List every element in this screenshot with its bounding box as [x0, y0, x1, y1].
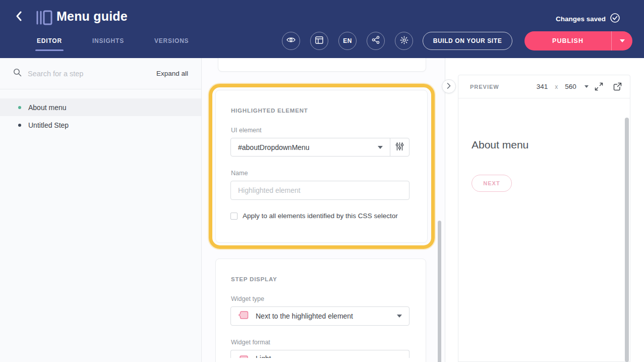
step-search-input[interactable]: [28, 70, 156, 78]
gear-icon: [400, 36, 408, 46]
step-item-about-menu[interactable]: About menu: [0, 98, 201, 116]
apply-all-label: Apply to all elements identified by this…: [243, 212, 398, 220]
step-search-row: Expand all: [0, 58, 201, 89]
apply-all-row: Apply to all elements identified by this…: [230, 212, 427, 220]
publish-button-group: PUBLISH: [524, 31, 632, 50]
steps-sidebar: Expand all About menu Untitled Step: [0, 58, 202, 362]
highlighted-element-card-highlight: HIGHLIGHTED ELEMENT UI element #aboutDro…: [209, 84, 435, 249]
app-window: Menu guide Changes saved EDITOR INSIGHTS…: [0, 0, 644, 362]
header: Menu guide Changes saved EDITOR INSIGHTS…: [0, 0, 644, 58]
chevron-left-icon: [15, 11, 23, 23]
language-button[interactable]: EN: [338, 32, 357, 50]
search-icon: [13, 68, 22, 79]
step-display-card: STEP DISPLAY Widget type Next to the hig…: [215, 258, 426, 362]
language-badge: EN: [343, 37, 352, 44]
chevron-down-icon: [378, 146, 383, 149]
page-title: Menu guide: [56, 9, 128, 24]
back-button[interactable]: [13, 11, 25, 23]
preview-body: About menu NEXT: [458, 98, 630, 362]
preview-size-dropdown[interactable]: 341 x 560: [537, 83, 589, 90]
step-status-dot: [18, 106, 21, 109]
expand-all-link[interactable]: Expand all: [156, 70, 188, 77]
preview-width-value: 341: [537, 83, 548, 90]
panel-divider: [445, 58, 445, 362]
layout-button[interactable]: [310, 32, 328, 50]
build-button-label: BUILD ON YOUR SITE: [433, 37, 502, 44]
chevron-down-icon: [620, 39, 625, 42]
element-picker-button[interactable]: [390, 138, 409, 156]
preview-panel-title: PREVIEW: [470, 84, 499, 90]
name-label: Name: [231, 170, 427, 177]
step-settings-panel: HIGHLIGHTED ELEMENT UI element #aboutDro…: [202, 58, 445, 362]
main-scrollbar-thumb[interactable]: [438, 221, 441, 362]
widget-type-select[interactable]: Next to the highlighted element: [230, 306, 409, 326]
preview-scrollbar-thumb[interactable]: [625, 118, 629, 362]
preview-header-icons: [595, 82, 622, 91]
previous-settings-card-partial: [218, 58, 426, 72]
widget-type-value: Next to the highlighted element: [256, 312, 390, 320]
tooltip-widget-icon: [238, 310, 249, 322]
ui-element-select[interactable]: #aboutDropdownMenu: [231, 138, 390, 156]
preview-next-button[interactable]: NEXT: [472, 175, 512, 192]
share-button[interactable]: [367, 32, 385, 50]
ui-element-value: #aboutDropdownMenu: [238, 143, 378, 151]
check-circle-icon: [610, 13, 620, 25]
save-status: Changes saved: [556, 13, 620, 25]
tab-insights[interactable]: INSIGHTS: [91, 32, 126, 51]
chevron-down-icon: [584, 85, 589, 88]
publish-button-label: PUBLISH: [552, 37, 583, 44]
chevron-down-icon: [397, 315, 402, 318]
widget-format-select[interactable]: Light: [230, 350, 409, 358]
highlighted-element-card: HIGHLIGHTED ELEMENT UI element #aboutDro…: [215, 90, 428, 243]
section-title: HIGHLIGHTED ELEMENT: [231, 108, 427, 114]
widget-format-label: Widget format: [231, 339, 426, 346]
ui-element-control: #aboutDropdownMenu: [230, 138, 409, 157]
publish-options-button[interactable]: [611, 31, 632, 50]
widget-format-value: Light: [256, 354, 402, 358]
widget-type-label: Widget type: [231, 295, 426, 302]
element-name-input[interactable]: [230, 181, 409, 200]
open-external-icon[interactable]: [613, 82, 622, 91]
tab-versions[interactable]: VERSIONS: [153, 32, 190, 51]
header-tabs: EDITOR INSIGHTS VERSIONS: [35, 32, 190, 51]
preview-header: PREVIEW 341 x 560: [458, 75, 630, 98]
next-button-label: NEXT: [483, 180, 500, 186]
step-label: Untitled Step: [28, 121, 69, 129]
preview-step-title: About menu: [472, 139, 529, 151]
preview-size-separator: x: [555, 83, 558, 90]
ui-element-label: UI element: [231, 127, 427, 134]
widget-format-icon: [238, 354, 249, 358]
layout-icon: [315, 36, 323, 46]
step-list: About menu Untitled Step: [0, 89, 201, 134]
tab-editor[interactable]: EDITOR: [35, 32, 64, 51]
apply-all-checkbox[interactable]: [230, 213, 238, 220]
step-status-dot: [18, 124, 21, 127]
preview-eye-button[interactable]: [282, 32, 300, 50]
build-on-your-site-button[interactable]: BUILD ON YOUR SITE: [423, 32, 512, 50]
step-label: About menu: [28, 104, 67, 112]
step-item-untitled-step[interactable]: Untitled Step: [0, 116, 201, 134]
section-title: STEP DISPLAY: [231, 276, 426, 282]
guide-type-columns-icon: [35, 10, 52, 25]
share-icon: [372, 36, 380, 46]
eye-icon: [286, 36, 296, 45]
settings-button[interactable]: [395, 32, 413, 50]
save-status-text: Changes saved: [556, 15, 606, 23]
collapse-preview-button[interactable]: [442, 79, 456, 93]
publish-button[interactable]: PUBLISH: [524, 31, 611, 50]
expand-preview-button[interactable]: [595, 82, 603, 91]
preview-height-value: 560: [565, 83, 576, 90]
chevron-right-icon: [447, 83, 451, 90]
preview-panel: PREVIEW 341 x 560 About menu NEXT: [458, 75, 630, 362]
sliders-icon: [395, 142, 404, 153]
